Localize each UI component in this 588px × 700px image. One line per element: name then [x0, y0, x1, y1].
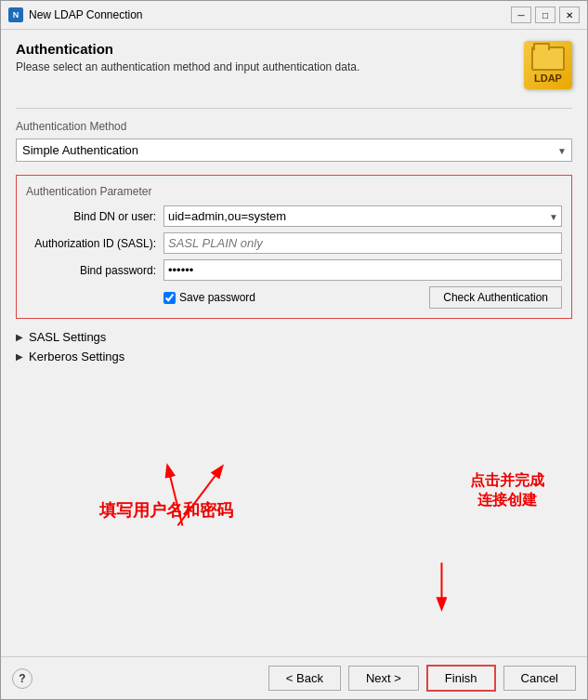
sasl-settings-row[interactable]: ▶ SASL Settings [16, 330, 572, 344]
help-button[interactable]: ? [12, 668, 33, 689]
auth-method-select-wrapper: Simple Authentication ▼ [16, 139, 572, 162]
page-title: Authentication [16, 41, 524, 57]
auth-id-row: Authorization ID (SASL): [26, 232, 562, 254]
save-password-checkbox[interactable] [163, 292, 176, 304]
header-area: Authentication Please select an authenti… [16, 41, 572, 89]
window-controls: ─ □ ✕ [511, 7, 580, 23]
auth-method-label: Authentication Method [16, 120, 572, 133]
annotation-text-1: 填写用户名和密码 [99, 499, 233, 522]
next-button[interactable]: Next > [348, 666, 419, 691]
auth-id-label: Authorization ID (SASL): [26, 237, 163, 250]
window-icon: N [8, 7, 23, 22]
auth-method-select[interactable]: Simple Authentication [16, 139, 572, 162]
kerberos-triangle-icon: ▶ [16, 351, 23, 362]
title-bar: N New LDAP Connection ─ □ ✕ [1, 1, 587, 30]
divider-line [16, 108, 572, 109]
finish-button[interactable]: Finish [426, 665, 496, 692]
password-input-wrapper [163, 259, 562, 281]
maximize-button[interactable]: □ [535, 7, 555, 23]
bind-dn-row: Bind DN or user: ▼ [26, 205, 562, 227]
minimize-button[interactable]: ─ [511, 7, 531, 23]
bind-dn-input[interactable] [163, 205, 562, 227]
auth-param-title: Authentication Parameter [26, 185, 562, 198]
auth-param-box: Authentication Parameter Bind DN or user… [16, 175, 572, 319]
ldap-icon: LDAP [524, 41, 572, 89]
auth-method-section: Authentication Method Simple Authenticat… [16, 120, 572, 162]
kerberos-settings-row[interactable]: ▶ Kerberos Settings [16, 350, 572, 363]
bind-dn-label: Bind DN or user: [26, 210, 163, 223]
window-title: New LDAP Connection [29, 8, 505, 21]
close-button[interactable]: ✕ [559, 7, 580, 23]
folder-icon [531, 46, 565, 71]
auth-id-input[interactable] [163, 232, 562, 254]
password-row: Bind password: [26, 259, 562, 281]
cancel-button[interactable]: Cancel [503, 666, 576, 691]
kerberos-settings-label: Kerberos Settings [29, 350, 124, 363]
bind-dn-input-wrapper: ▼ [163, 205, 562, 227]
save-password-label[interactable]: Save password [163, 291, 255, 304]
content-area: Authentication Please select an authenti… [1, 30, 587, 656]
save-check-row: Save password Check Authentication [163, 286, 562, 309]
password-label: Bind password: [26, 264, 163, 277]
back-button[interactable]: < Back [268, 666, 341, 691]
annotation-area: 填写用户名和密码 点击并完成 连接创建 [16, 369, 572, 645]
check-auth-button[interactable]: Check Authentication [429, 286, 562, 309]
footer: ? < Back Next > Finish Cancel [1, 656, 587, 699]
sasl-triangle-icon: ▶ [16, 332, 23, 342]
sasl-settings-label: SASL Settings [29, 330, 106, 344]
page-subtitle: Please select an authentication method a… [16, 60, 524, 73]
auth-id-input-wrapper [163, 232, 562, 254]
password-input[interactable] [163, 259, 562, 281]
header-text: Authentication Please select an authenti… [16, 41, 524, 73]
main-window: N New LDAP Connection ─ □ ✕ Authenticati… [0, 0, 588, 700]
annotation-text-2: 点击并完成 连接创建 [470, 471, 544, 510]
